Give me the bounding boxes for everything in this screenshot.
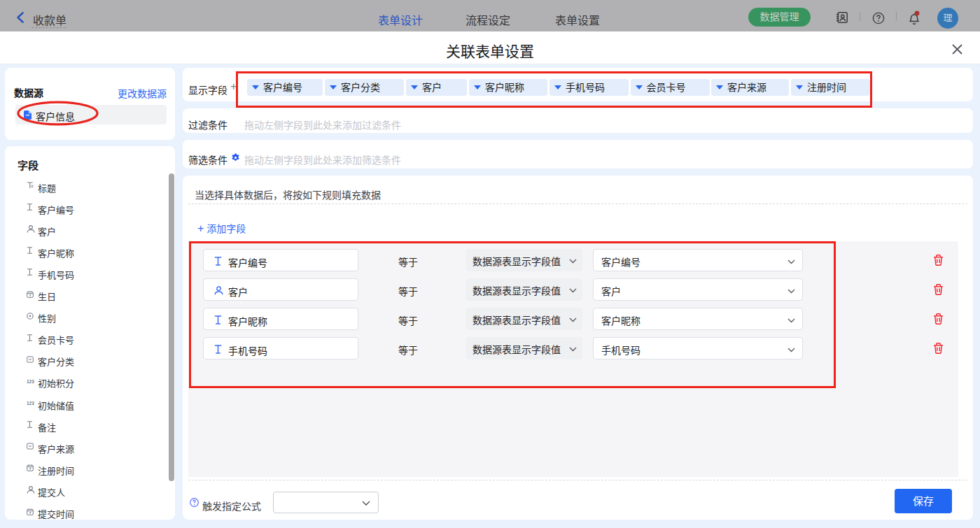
svg-text:123: 123 [27,401,34,406]
svg-text:123: 123 [27,379,34,384]
